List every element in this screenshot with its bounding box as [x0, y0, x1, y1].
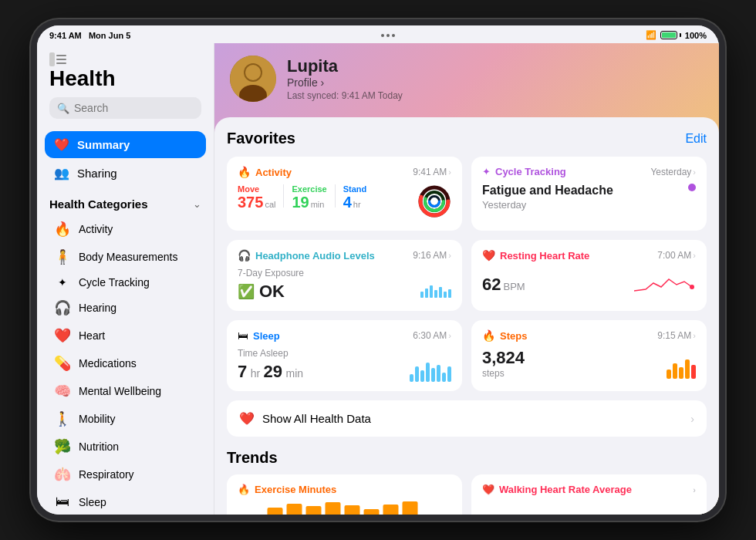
category-item-hearing[interactable]: 🎧 Hearing: [45, 294, 206, 322]
trend-exercise-label: Exercise Minutes: [255, 484, 336, 495]
ok-badge: ✅ OK: [238, 282, 285, 302]
profile-link[interactable]: Profile ›: [287, 76, 403, 89]
steps-card[interactable]: 🔥 Steps 9:15 AM ›: [471, 320, 707, 391]
edit-button[interactable]: Edit: [685, 132, 707, 146]
metric-sep-2: [335, 184, 336, 208]
headphone-card[interactable]: 🎧 Headphone Audio Levels 9:16 AM › 7-Day…: [227, 240, 462, 311]
mental-icon: 🧠: [54, 383, 71, 400]
headphone-time-label: 9:16 AM: [413, 250, 447, 261]
svg-rect-15: [268, 508, 283, 515]
cycle-title-row: ✦ Cycle Tracking: [482, 166, 566, 177]
svg-rect-1: [56, 55, 66, 56]
categories-header: Health Categories ⌄: [37, 194, 214, 215]
trend-card-exercise[interactable]: 🔥 Exercise Minutes: [227, 474, 462, 515]
activity-card-header: 🔥 Activity 9:41 AM ›: [238, 166, 451, 178]
search-input[interactable]: [74, 102, 209, 114]
h-bar-3: [430, 285, 433, 298]
heart-rate-card-header: ❤️ Resting Heart Rate 7:00 AM ›: [482, 249, 696, 262]
cycle-symptom: Fatigue and Headache: [482, 184, 613, 197]
hearing-icon: 🎧: [54, 299, 71, 316]
ok-value: OK: [259, 282, 285, 302]
headphone-bars: [420, 285, 451, 298]
category-label-body: Body Measurements: [79, 251, 177, 263]
sidebar-header: Health 🔍 🎤: [37, 43, 214, 125]
status-right: 📶 100%: [646, 30, 707, 40]
step-bar-2: [673, 363, 677, 379]
sidebar: Health 🔍 🎤 ❤️ Summary 👥 Sharing: [37, 43, 214, 515]
category-label-activity: Activity: [79, 223, 113, 235]
step-bar-3: [679, 367, 683, 379]
category-item-heart[interactable]: ❤️ Heart: [45, 322, 206, 349]
cycle-dot: [688, 184, 696, 191]
headphone-card-title: Headphone Audio Levels: [255, 250, 375, 262]
profile-info: Lupita Profile › Last synced: 9:41 AM To…: [287, 56, 403, 101]
trend-heart-title: ❤️ Walking Heart Rate Average ›: [482, 484, 696, 495]
category-item-activity[interactable]: 🔥 Activity: [45, 215, 206, 243]
category-item-mental[interactable]: 🧠 Mental Wellbeing: [45, 377, 206, 405]
activity-ring: [417, 184, 451, 221]
category-item-respiratory[interactable]: 🫁 Respiratory: [45, 461, 206, 488]
exercise-unit: min: [311, 200, 325, 209]
category-item-nutrition[interactable]: 🥦 Nutrition: [45, 433, 206, 461]
step-bar-1: [667, 370, 671, 379]
heart-rate-unit: BPM: [503, 281, 525, 292]
category-item-medications[interactable]: 💊 Medications: [45, 349, 206, 377]
s-bar-1: [410, 374, 413, 382]
categories-chevron[interactable]: ⌄: [193, 198, 201, 210]
svg-point-14: [690, 285, 694, 289]
nutrition-icon: 🥦: [54, 438, 71, 455]
activity-card[interactable]: 🔥 Activity 9:41 AM ›: [227, 157, 462, 231]
category-label-cycle: Cycle Tracking: [79, 276, 150, 289]
category-label-hearing: Hearing: [79, 302, 116, 314]
trend-exercise-title: 🔥 Exercise Minutes: [238, 484, 451, 495]
favorites-section: Favorites Edit 🔥 Activity: [214, 117, 719, 515]
dot3: [392, 34, 395, 37]
category-item-cycle[interactable]: ✦ Cycle Tracking: [45, 271, 206, 294]
search-box[interactable]: 🔍 🎤: [49, 97, 201, 119]
sleep-min-label: min: [286, 367, 304, 380]
medications-icon: 💊: [54, 355, 71, 372]
category-list[interactable]: 🔥 Activity 🧍 Body Measurements ✦ Cycle T…: [37, 215, 214, 515]
nav-item-summary[interactable]: ❤️ Summary: [45, 131, 206, 158]
sharing-icon: 👥: [54, 166, 69, 181]
category-item-sleep[interactable]: 🛏 Sleep: [45, 488, 206, 515]
category-label-respiratory: Respiratory: [79, 468, 134, 481]
battery-tip: [680, 33, 681, 37]
svg-rect-2: [56, 59, 66, 60]
heart-rate-card-content: 62 BPM: [482, 268, 696, 295]
categories-title: Health Categories: [49, 197, 148, 211]
avatar: [230, 56, 276, 102]
trend-card-heart[interactable]: ❤️ Walking Heart Rate Average ›: [471, 474, 707, 515]
category-item-mobility[interactable]: 🚶 Mobility: [45, 405, 206, 433]
cycle-date: Yesterday: [482, 199, 613, 211]
steps-card-time: 9:15 AM ›: [657, 330, 696, 341]
h-bar-4: [434, 290, 437, 298]
sleep-card[interactable]: 🛏 Sleep 6:30 AM › Time Asleep: [227, 320, 462, 391]
main-content[interactable]: Lupita Profile › Last synced: 9:41 AM To…: [214, 43, 719, 515]
trend-heart-icon: ❤️: [482, 484, 494, 495]
cards-grid: 🔥 Activity 9:41 AM ›: [227, 157, 707, 391]
headphone-chevron: ›: [448, 251, 451, 260]
heart-rate-card-title: Resting Heart Rate: [500, 250, 589, 262]
cycle-card-header: ✦ Cycle Tracking Yesterday ›: [482, 166, 696, 177]
steps-card-icon: 🔥: [482, 329, 495, 342]
favorites-heading: Favorites: [227, 130, 295, 147]
category-label-heart: Heart: [79, 329, 105, 342]
steps-card-title: Steps: [500, 330, 527, 342]
s-bar-8: [447, 366, 451, 382]
move-value: 375: [238, 194, 263, 211]
sidebar-toggle-icon[interactable]: [49, 52, 201, 66]
ipad-screen: 9:41 AM Mon Jun 5 📶 100%: [37, 25, 719, 515]
status-bar: 9:41 AM Mon Jun 5 📶 100%: [37, 25, 719, 43]
activity-card-time: 9:41 AM ›: [413, 167, 451, 177]
nav-item-sharing[interactable]: 👥 Sharing: [45, 160, 206, 187]
show-all-row[interactable]: ❤️ Show All Health Data ›: [227, 400, 707, 437]
sleep-hours: 7: [238, 362, 247, 381]
category-item-body[interactable]: 🧍 Body Measurements: [45, 243, 206, 271]
body-icon: 🧍: [54, 248, 71, 265]
headphone-card-header: 🎧 Headphone Audio Levels 9:16 AM ›: [238, 249, 451, 262]
heart-rate-icon: ❤️: [482, 249, 495, 262]
heart-rate-value: 62: [482, 275, 501, 295]
heart-rate-card[interactable]: ❤️ Resting Heart Rate 7:00 AM ›: [471, 240, 707, 311]
cycle-card[interactable]: ✦ Cycle Tracking Yesterday ›: [471, 157, 707, 231]
